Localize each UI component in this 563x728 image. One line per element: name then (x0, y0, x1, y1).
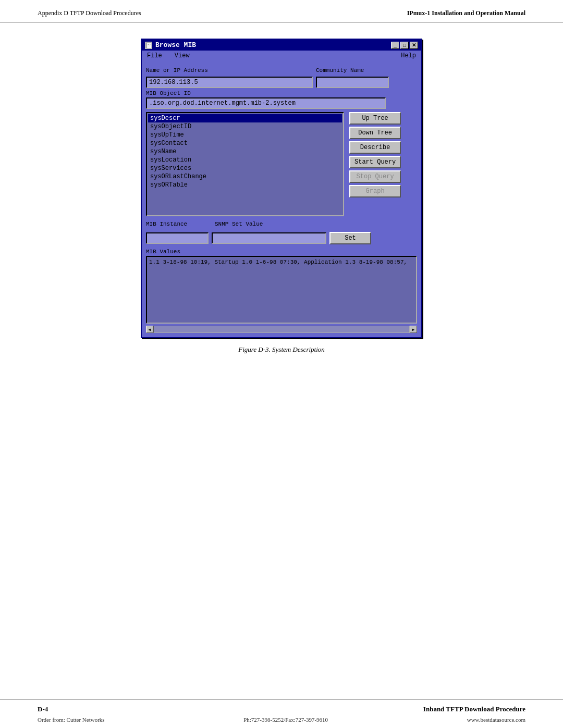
browse-mib-dialog: 🖥 Browse MIB _ □ ✕ File View Help Name o… (141, 39, 422, 338)
mib-instance-label: MIB Instance (146, 221, 187, 227)
snmp-set-label: SNMP Set Value (215, 221, 263, 227)
stop-query-button[interactable]: Stop Query (349, 170, 401, 183)
scroll-right-button[interactable]: ▶ (410, 326, 417, 333)
page-content: 🖥 Browse MIB _ □ ✕ File View Help Name o… (0, 23, 563, 369)
maximize-button[interactable]: □ (400, 42, 409, 49)
dialog-icon: 🖥 (145, 42, 152, 49)
page-footer: D-4 Inband TFTP Download Procedure Order… (0, 699, 563, 728)
close-button[interactable]: ✕ (410, 42, 418, 49)
footer-website: www.bestdatasource.com (467, 717, 525, 723)
list-item[interactable]: sysORTable (148, 181, 342, 189)
scrollbar-track[interactable] (153, 326, 410, 333)
instance-label-row: MIB Instance SNMP Set Value (146, 220, 417, 228)
menu-help[interactable]: Help (399, 52, 418, 60)
footer-page-number: D-4 (38, 705, 48, 713)
list-item[interactable]: sysName (148, 147, 342, 156)
menu-file[interactable]: File (145, 52, 164, 60)
up-tree-button[interactable]: Up Tree (349, 112, 401, 125)
list-item[interactable]: sysUpTime (148, 131, 342, 139)
footer-phone: Ph:727-398-5252/Fax:727-397-9610 (243, 717, 328, 723)
set-button[interactable]: Set (329, 232, 371, 244)
menu-bar: File View Help (142, 51, 421, 61)
community-input[interactable] (316, 77, 389, 88)
horizontal-scrollbar: ◀ ▶ (146, 326, 417, 333)
title-controls: _ □ ✕ (391, 42, 418, 49)
list-item[interactable]: sysContact (148, 139, 342, 147)
mib-oid-label: MIB Object ID (146, 90, 417, 96)
instance-labels-row: MIB Instance SNMP Set Value Set (146, 220, 417, 244)
dialog-title: Browse MIB (155, 41, 196, 49)
menu-view[interactable]: View (173, 52, 192, 60)
action-buttons-panel: Up Tree Down Tree Describe Start Query S… (349, 112, 401, 216)
list-buttons-section: sysDescrsysObjectIDsysUpTimesysContactsy… (146, 112, 417, 216)
mib-oid-input[interactable] (146, 97, 386, 109)
header-left: Appendix D TFTP Download Procedures (38, 9, 141, 17)
title-bar: 🖥 Browse MIB _ □ ✕ (142, 40, 421, 51)
snmp-value-input[interactable] (212, 232, 326, 244)
figure-caption: Figure D-3. System Description (238, 346, 325, 354)
instance-inputs-row: Set (146, 232, 417, 244)
list-item[interactable]: sysServices (148, 164, 342, 172)
footer-order: Order from: Cutter Networks (38, 717, 105, 723)
minimize-button[interactable]: _ (391, 42, 399, 49)
mib-values-panel: 1.1 3-18-98 10:19, Startup 1.0 1-6-98 07… (146, 256, 417, 324)
ip-address-input[interactable] (146, 77, 313, 88)
community-label: Community Name (316, 67, 389, 73)
footer-bottom: Order from: Cutter Networks Ph:727-398-5… (38, 717, 525, 723)
list-item[interactable]: sysDescr (148, 114, 342, 122)
page-header: Appendix D TFTP Download Procedures IPmu… (0, 0, 563, 23)
footer-page-text: Inband TFTP Download Procedure (423, 705, 525, 713)
graph-button[interactable]: Graph (349, 185, 401, 198)
down-tree-button[interactable]: Down Tree (349, 127, 401, 139)
mib-values-section: MIB Values 1.1 3-18-98 10:19, Startup 1.… (146, 249, 417, 324)
dialog-body: Name or IP Address Community Name MIB Ob… (142, 61, 421, 337)
list-item[interactable]: sysORLastChange (148, 172, 342, 181)
list-item[interactable]: sysLocation (148, 156, 342, 164)
ip-community-input-row (146, 77, 417, 88)
ip-community-label-row: Name or IP Address Community Name (146, 65, 417, 75)
mib-list-panel[interactable]: sysDescrsysObjectIDsysUpTimesysContactsy… (146, 112, 344, 216)
describe-button[interactable]: Describe (349, 141, 401, 154)
mib-values-label: MIB Values (146, 249, 417, 255)
mib-instance-input[interactable] (146, 232, 209, 244)
footer-top: D-4 Inband TFTP Download Procedure (38, 705, 525, 717)
header-right: IPmux-1 Installation and Operation Manua… (407, 9, 525, 17)
start-query-button[interactable]: Start Query (349, 156, 401, 168)
mib-oid-row (146, 97, 417, 109)
scroll-left-button[interactable]: ◀ (146, 326, 153, 333)
title-bar-left: 🖥 Browse MIB (145, 41, 196, 49)
list-item[interactable]: sysObjectID (148, 122, 342, 131)
ip-label: Name or IP Address (146, 67, 313, 73)
